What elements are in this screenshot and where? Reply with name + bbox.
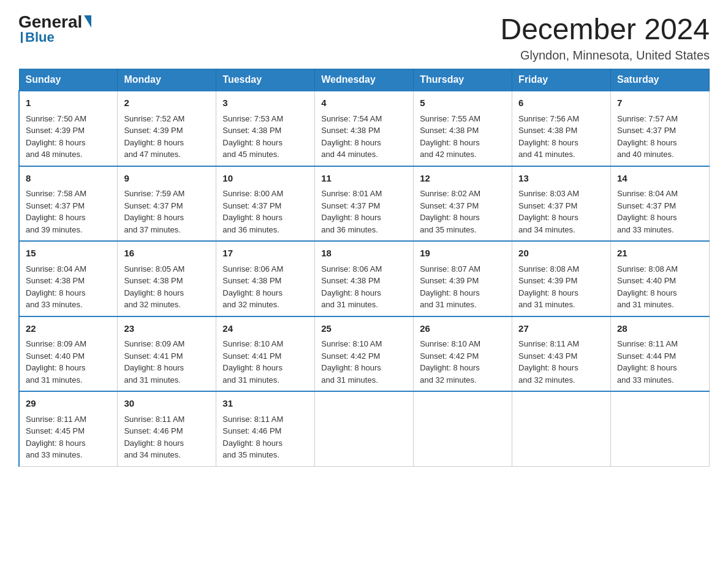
day-cell (512, 391, 611, 466)
day-number: 20 (518, 247, 604, 261)
day-number: 29 (26, 397, 111, 411)
day-number: 23 (124, 322, 210, 336)
day-cell: 7 Sunrise: 7:57 AMSunset: 4:37 PMDayligh… (611, 91, 710, 166)
day-number: 12 (420, 172, 506, 186)
header-cell-tuesday: Tuesday (216, 69, 315, 91)
day-info: Sunrise: 8:07 AMSunset: 4:39 PMDaylight:… (420, 263, 506, 311)
day-info: Sunrise: 8:11 AMSunset: 4:46 PMDaylight:… (124, 413, 210, 461)
day-info: Sunrise: 8:05 AMSunset: 4:38 PMDaylight:… (124, 263, 210, 311)
day-info: Sunrise: 7:53 AMSunset: 4:38 PMDaylight:… (222, 113, 308, 161)
day-cell: 4 Sunrise: 7:54 AMSunset: 4:38 PMDayligh… (315, 91, 414, 166)
day-info: Sunrise: 8:00 AMSunset: 4:37 PMDaylight:… (222, 188, 308, 236)
day-cell: 24 Sunrise: 8:10 AMSunset: 4:41 PMDaylig… (216, 316, 315, 392)
day-number: 1 (26, 96, 111, 110)
day-number: 8 (26, 172, 111, 186)
day-cell (414, 391, 512, 466)
day-info: Sunrise: 7:59 AMSunset: 4:37 PMDaylight:… (124, 188, 210, 236)
day-cell: 21 Sunrise: 8:08 AMSunset: 4:40 PMDaylig… (611, 241, 710, 316)
day-cell: 11 Sunrise: 8:01 AMSunset: 4:37 PMDaylig… (315, 166, 414, 242)
day-number: 3 (222, 96, 308, 110)
day-cell: 18 Sunrise: 8:06 AMSunset: 4:38 PMDaylig… (315, 241, 414, 316)
day-info: Sunrise: 7:54 AMSunset: 4:38 PMDaylight:… (321, 113, 407, 161)
day-cell: 25 Sunrise: 8:10 AMSunset: 4:42 PMDaylig… (315, 316, 414, 392)
logo-blue: Blue (25, 29, 55, 45)
day-cell: 26 Sunrise: 8:10 AMSunset: 4:42 PMDaylig… (414, 316, 512, 392)
header-cell-sunday: Sunday (19, 69, 118, 91)
day-number: 17 (222, 247, 308, 261)
day-info: Sunrise: 7:56 AMSunset: 4:38 PMDaylight:… (518, 113, 604, 161)
calendar-table: SundayMondayTuesdayWednesdayThursdayFrid… (18, 69, 710, 467)
day-cell: 30 Sunrise: 8:11 AMSunset: 4:46 PMDaylig… (118, 391, 216, 466)
day-cell: 12 Sunrise: 8:02 AMSunset: 4:37 PMDaylig… (414, 166, 512, 242)
day-number: 14 (617, 172, 703, 186)
calendar-body: 1 Sunrise: 7:50 AMSunset: 4:39 PMDayligh… (19, 91, 710, 466)
week-row-2: 8 Sunrise: 7:58 AMSunset: 4:37 PMDayligh… (19, 166, 710, 242)
logo-triangle-icon (84, 15, 91, 28)
day-cell: 3 Sunrise: 7:53 AMSunset: 4:38 PMDayligh… (216, 91, 315, 166)
day-number: 18 (321, 247, 407, 261)
day-info: Sunrise: 8:03 AMSunset: 4:37 PMDaylight:… (518, 188, 604, 236)
day-info: Sunrise: 7:57 AMSunset: 4:37 PMDaylight:… (617, 113, 703, 161)
day-cell: 14 Sunrise: 8:04 AMSunset: 4:37 PMDaylig… (611, 166, 710, 242)
week-row-5: 29 Sunrise: 8:11 AMSunset: 4:45 PMDaylig… (19, 391, 710, 466)
calendar-header: SundayMondayTuesdayWednesdayThursdayFrid… (19, 69, 710, 91)
day-info: Sunrise: 8:10 AMSunset: 4:42 PMDaylight:… (420, 338, 506, 386)
day-info: Sunrise: 8:01 AMSunset: 4:37 PMDaylight:… (321, 188, 407, 236)
day-number: 2 (124, 96, 210, 110)
header-cell-monday: Monday (118, 69, 216, 91)
day-info: Sunrise: 7:52 AMSunset: 4:39 PMDaylight:… (124, 113, 210, 161)
day-cell: 8 Sunrise: 7:58 AMSunset: 4:37 PMDayligh… (19, 166, 118, 242)
day-cell: 10 Sunrise: 8:00 AMSunset: 4:37 PMDaylig… (216, 166, 315, 242)
day-cell: 15 Sunrise: 8:04 AMSunset: 4:38 PMDaylig… (19, 241, 118, 316)
day-cell: 28 Sunrise: 8:11 AMSunset: 4:44 PMDaylig… (611, 316, 710, 392)
day-cell: 23 Sunrise: 8:09 AMSunset: 4:41 PMDaylig… (118, 316, 216, 392)
day-number: 15 (26, 247, 111, 261)
day-cell: 29 Sunrise: 8:11 AMSunset: 4:45 PMDaylig… (19, 391, 118, 466)
day-info: Sunrise: 8:11 AMSunset: 4:44 PMDaylight:… (617, 338, 703, 386)
day-number: 7 (617, 96, 703, 110)
page-header: General Blue December 2024 Glyndon, Minn… (18, 12, 710, 63)
day-cell: 9 Sunrise: 7:59 AMSunset: 4:37 PMDayligh… (118, 166, 216, 242)
day-cell (611, 391, 710, 466)
subtitle: Glyndon, Minnesota, United States (500, 48, 710, 63)
day-cell: 2 Sunrise: 7:52 AMSunset: 4:39 PMDayligh… (118, 91, 216, 166)
day-info: Sunrise: 8:11 AMSunset: 4:46 PMDaylight:… (222, 413, 308, 461)
day-number: 10 (222, 172, 308, 186)
day-number: 16 (124, 247, 210, 261)
title-block: December 2024 Glyndon, Minnesota, United… (500, 12, 710, 63)
day-number: 22 (26, 322, 111, 336)
day-info: Sunrise: 8:10 AMSunset: 4:41 PMDaylight:… (222, 338, 308, 386)
day-number: 28 (617, 322, 703, 336)
header-cell-thursday: Thursday (414, 69, 512, 91)
day-info: Sunrise: 7:58 AMSunset: 4:37 PMDaylight:… (26, 188, 111, 236)
day-info: Sunrise: 7:50 AMSunset: 4:39 PMDaylight:… (26, 113, 111, 161)
day-number: 25 (321, 322, 407, 336)
day-number: 27 (518, 322, 604, 336)
header-cell-friday: Friday (512, 69, 611, 91)
day-info: Sunrise: 8:02 AMSunset: 4:37 PMDaylight:… (420, 188, 506, 236)
day-cell: 13 Sunrise: 8:03 AMSunset: 4:37 PMDaylig… (512, 166, 611, 242)
day-cell: 31 Sunrise: 8:11 AMSunset: 4:46 PMDaylig… (216, 391, 315, 466)
day-number: 21 (617, 247, 703, 261)
day-number: 11 (321, 172, 407, 186)
day-cell: 22 Sunrise: 8:09 AMSunset: 4:40 PMDaylig… (19, 316, 118, 392)
day-info: Sunrise: 8:09 AMSunset: 4:40 PMDaylight:… (26, 338, 111, 386)
day-number: 24 (222, 322, 308, 336)
main-title: December 2024 (500, 12, 710, 46)
day-number: 4 (321, 96, 407, 110)
day-cell: 19 Sunrise: 8:07 AMSunset: 4:39 PMDaylig… (414, 241, 512, 316)
day-cell: 1 Sunrise: 7:50 AMSunset: 4:39 PMDayligh… (19, 91, 118, 166)
day-number: 19 (420, 247, 506, 261)
day-number: 9 (124, 172, 210, 186)
day-number: 5 (420, 96, 506, 110)
logo: General Blue (18, 12, 91, 45)
day-number: 13 (518, 172, 604, 186)
day-info: Sunrise: 8:08 AMSunset: 4:40 PMDaylight:… (617, 263, 703, 311)
header-cell-wednesday: Wednesday (315, 69, 414, 91)
day-info: Sunrise: 8:11 AMSunset: 4:45 PMDaylight:… (26, 413, 111, 461)
week-row-1: 1 Sunrise: 7:50 AMSunset: 4:39 PMDayligh… (19, 91, 710, 166)
day-cell: 27 Sunrise: 8:11 AMSunset: 4:43 PMDaylig… (512, 316, 611, 392)
day-cell: 17 Sunrise: 8:06 AMSunset: 4:38 PMDaylig… (216, 241, 315, 316)
day-cell: 20 Sunrise: 8:08 AMSunset: 4:39 PMDaylig… (512, 241, 611, 316)
day-info: Sunrise: 8:04 AMSunset: 4:37 PMDaylight:… (617, 188, 703, 236)
